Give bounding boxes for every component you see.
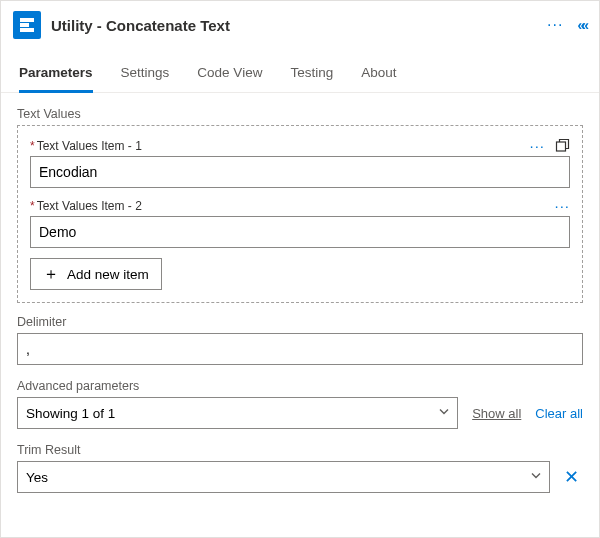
- text-values-array: *Text Values Item - 1 ···: [17, 125, 583, 303]
- tab-code-view[interactable]: Code View: [197, 59, 262, 93]
- item-more-icon[interactable]: ···: [529, 138, 545, 153]
- action-panel: Utility - Concatenate Text ··· «« Parame…: [0, 0, 600, 538]
- trim-result-field: Trim Result ✕: [17, 443, 583, 493]
- page-title: Utility - Concatenate Text: [51, 17, 537, 34]
- trim-label: Trim Result: [17, 443, 583, 457]
- svg-rect-2: [20, 28, 34, 32]
- trim-select[interactable]: [17, 461, 550, 493]
- advanced-select-wrap: [17, 397, 458, 429]
- plus-icon: ＋: [43, 266, 59, 282]
- item-actions: ···: [529, 138, 570, 153]
- header: Utility - Concatenate Text ··· ««: [1, 1, 599, 49]
- delimiter-input[interactable]: [17, 333, 583, 365]
- delimiter-label: Delimiter: [17, 315, 583, 329]
- popout-icon[interactable]: [555, 138, 570, 153]
- text-values-label: Text Values: [17, 107, 583, 121]
- clear-all-link[interactable]: Clear all: [535, 406, 583, 421]
- tab-settings[interactable]: Settings: [121, 59, 170, 93]
- remove-icon[interactable]: ✕: [560, 464, 583, 490]
- app-icon: [13, 11, 41, 39]
- trim-row: ✕: [17, 461, 583, 493]
- required-star-icon: *: [30, 199, 35, 213]
- array-item: *Text Values Item - 1 ···: [30, 138, 570, 188]
- text-value-input-1[interactable]: [30, 156, 570, 188]
- array-item: *Text Values Item - 2 ···: [30, 198, 570, 248]
- advanced-label: Advanced parameters: [17, 379, 583, 393]
- advanced-select[interactable]: [17, 397, 458, 429]
- tabs: Parameters Settings Code View Testing Ab…: [1, 49, 599, 93]
- show-all-link[interactable]: Show all: [472, 406, 521, 421]
- add-button-label: Add new item: [67, 267, 149, 282]
- tab-testing[interactable]: Testing: [290, 59, 333, 93]
- item-header: *Text Values Item - 2 ···: [30, 198, 570, 213]
- tab-about[interactable]: About: [361, 59, 396, 93]
- svg-rect-3: [557, 142, 566, 151]
- item-actions: ···: [554, 198, 570, 213]
- required-star-icon: *: [30, 139, 35, 153]
- text-value-input-2[interactable]: [30, 216, 570, 248]
- collapse-icon[interactable]: ««: [577, 17, 585, 33]
- item-header: *Text Values Item - 1 ···: [30, 138, 570, 153]
- delimiter-field: Delimiter: [17, 315, 583, 365]
- item-label: *Text Values Item - 2: [30, 199, 142, 213]
- advanced-parameters: Advanced parameters Show all Clear all: [17, 379, 583, 429]
- panel-body: Text Values *Text Values Item - 1 ···: [1, 93, 599, 537]
- add-new-item-button[interactable]: ＋ Add new item: [30, 258, 162, 290]
- item-more-icon[interactable]: ···: [554, 198, 570, 213]
- tab-parameters[interactable]: Parameters: [19, 59, 93, 93]
- svg-rect-0: [20, 18, 34, 22]
- trim-select-wrap: [17, 461, 550, 493]
- svg-rect-1: [20, 23, 29, 27]
- advanced-row: Show all Clear all: [17, 397, 583, 429]
- item-label: *Text Values Item - 1: [30, 139, 142, 153]
- more-icon[interactable]: ···: [547, 17, 563, 33]
- header-actions: ··· ««: [547, 17, 585, 33]
